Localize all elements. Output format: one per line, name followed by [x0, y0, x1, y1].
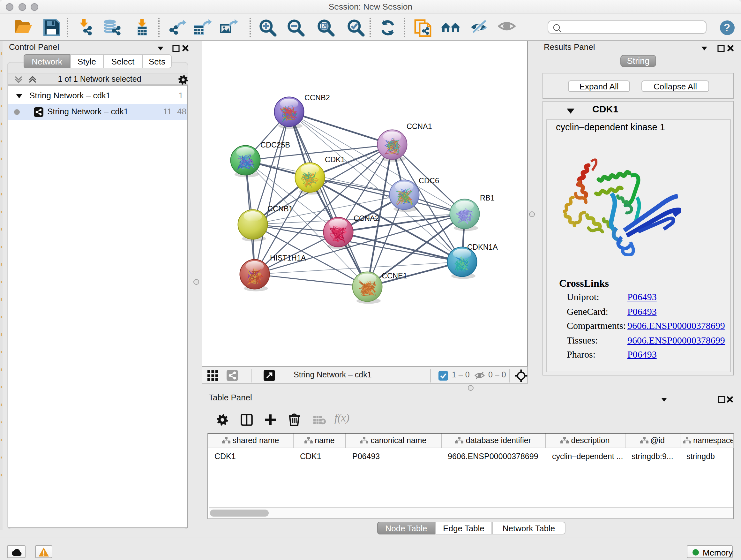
svg-text:CDC6: CDC6 [419, 177, 439, 185]
svg-text:CDK1: CDK1 [325, 155, 345, 164]
svg-text:RB1: RB1 [480, 194, 495, 202]
svg-text:CDKN1A: CDKN1A [467, 243, 498, 251]
svg-text:CCNA2: CCNA2 [354, 214, 379, 223]
svg-text:CCNE1: CCNE1 [382, 272, 407, 280]
svg-text:HIST1H1A: HIST1H1A [270, 254, 306, 262]
svg-text:CCNB1: CCNB1 [267, 205, 293, 213]
svg-text:CCNA1: CCNA1 [407, 122, 432, 131]
svg-text:CCNB2: CCNB2 [305, 94, 330, 102]
svg-text:CDC25B: CDC25B [260, 141, 290, 149]
